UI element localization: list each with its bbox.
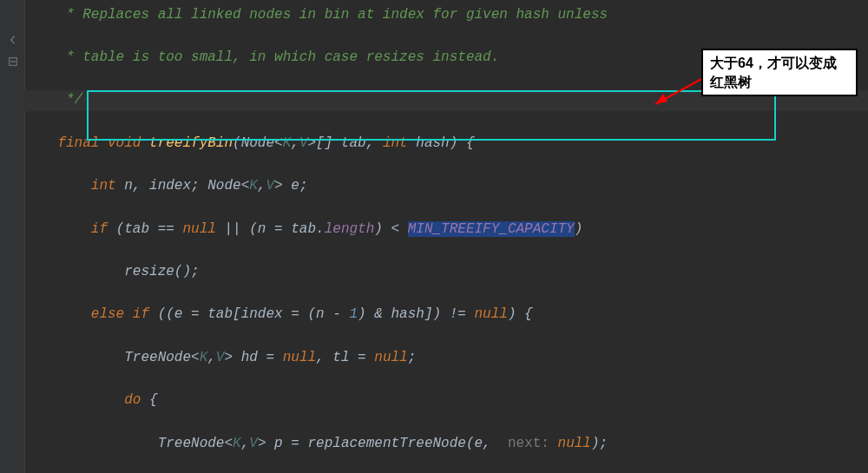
annotation-callout: 大于64，才可以变成红黑树 [701, 49, 858, 96]
comment-text: * table is too small, in which case resi… [24, 49, 499, 65]
fold-brace-icon[interactable] [9, 30, 17, 39]
gutter [0, 0, 25, 473]
method-name: treeifyBin [149, 135, 233, 151]
keyword: final void [57, 135, 149, 151]
comment-text: * Replaces all linked nodes in bin at in… [24, 7, 608, 23]
fold-minus-icon[interactable] [9, 52, 17, 61]
code-content[interactable]: * Replaces all linked nodes in bin at in… [24, 0, 608, 473]
param-hint: next: [508, 436, 558, 451]
selected-constant: MIN_TREEIFY_CAPACITY [408, 221, 575, 237]
comment-text: */ [24, 92, 82, 108]
annotation-text: 大于64，才可以变成红黑树 [710, 56, 837, 89]
